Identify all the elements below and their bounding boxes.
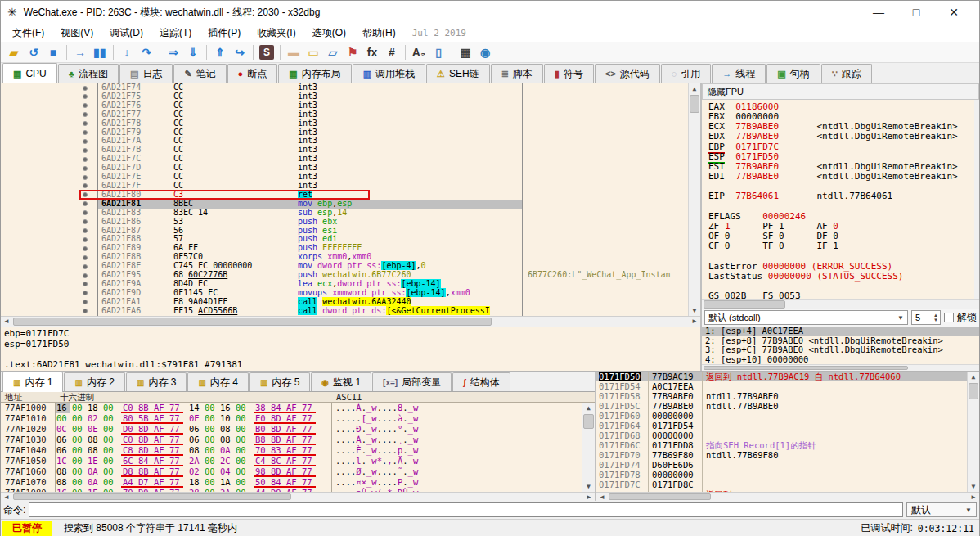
register-line[interactable]: CF 0 TF 0 IF 1 — [708, 241, 974, 251]
open-file-icon[interactable]: ▰ — [4, 43, 24, 61]
command-profile-select[interactable]: 默认 ▼ — [906, 502, 977, 517]
breakpoint-dot[interactable] — [83, 210, 88, 215]
tab-call-stack[interactable]: ▥调用堆栈 — [353, 64, 425, 83]
stop-icon[interactable]: ■ — [43, 43, 63, 61]
stack-row[interactable]: 0171FD5877B9ABE0ntdll.77B9ABE0 — [596, 391, 979, 401]
breakpoint-gutter[interactable] — [1, 244, 98, 253]
dump-row[interactable]: 77AF100016001800C08BAF77140016003884AF77… — [1, 403, 595, 413]
breakpoint-gutter[interactable] — [1, 92, 98, 101]
argument-row[interactable]: 4: [esp+10] 00000000 — [702, 355, 979, 365]
disassembly-view[interactable]: 6AD21F74CCint36AD21F75CCint36AD21F76CCin… — [1, 83, 700, 316]
hide-fpu-button[interactable]: 隐藏FPU — [702, 83, 979, 100]
tab-script[interactable]: ≣脚本 — [491, 64, 543, 83]
breakpoint-dot[interactable] — [83, 86, 88, 91]
execute-till-return-icon[interactable]: ⇑ — [210, 43, 230, 61]
breakpoint-gutter[interactable] — [1, 235, 98, 244]
spinner-arrows-icon[interactable]: ▲▼ — [933, 313, 940, 322]
tab-graph[interactable]: ♣流程图 — [58, 64, 119, 83]
dump-table-body[interactable]: 77AF100016001800C08BAF77140016003884AF77… — [1, 403, 595, 492]
tab-seh-chain[interactable]: ⚠SEH链 — [426, 64, 490, 83]
stack-table-body[interactable]: 0171FD5077B9AC19返回到 ntdll.77B9AC19 自 ntd… — [596, 372, 979, 492]
stack-row[interactable]: 0171FD7800000000 — [596, 470, 979, 480]
bookmark-icon[interactable]: ⚑ — [343, 43, 362, 61]
breakpoint-gutter[interactable] — [1, 110, 98, 119]
scroll-up-arrow[interactable]: ▲ — [582, 403, 595, 413]
breakpoint-dot[interactable] — [83, 273, 88, 278]
breakpoint-gutter[interactable] — [1, 137, 98, 146]
scroll-up-arrow[interactable]: ▲ — [689, 83, 700, 94]
scroll-thumb[interactable] — [704, 300, 785, 309]
breakpoint-dot[interactable] — [83, 255, 88, 260]
breakpoint-dot[interactable] — [83, 121, 88, 126]
scroll-right-arrow[interactable]: ► — [583, 493, 595, 502]
breakpoint-dot[interactable] — [83, 112, 88, 117]
tab-dump-1[interactable]: ▥内存 1 — [2, 372, 63, 392]
dump-row[interactable]: 77AF106008000A00D88BAF7702000400988DAF77… — [1, 466, 595, 477]
dump-row[interactable]: 77AF10200C000E00D08DAF7706000800B08DAF77… — [1, 424, 595, 435]
breakpoint-gutter[interactable] — [1, 83, 98, 92]
stack-row[interactable]: 0171FD6800000000 — [596, 430, 979, 440]
pause-icon[interactable]: ▮▮ — [90, 43, 110, 61]
stack-row[interactable]: 0171FD5077B9AC19返回到 ntdll.77B9AC19 自 ntd… — [596, 372, 979, 381]
scroll-thumb[interactable] — [690, 95, 699, 113]
scroll-up-arrow[interactable]: ▲ — [968, 372, 979, 382]
disasm-row[interactable]: 6AD21F77CCint3 — [1, 110, 700, 119]
disasm-row[interactable]: 6AD21FA6FF15 ACD5566Bcall dword ptr ds:[… — [1, 307, 700, 316]
breakpoint-gutter[interactable] — [1, 209, 98, 218]
menu-item[interactable]: 视图(V) — [52, 25, 101, 42]
function-icon[interactable]: fx — [362, 43, 382, 61]
scroll-thumb[interactable] — [13, 318, 492, 326]
scroll-down-arrow[interactable]: ▼ — [689, 305, 700, 316]
command-input[interactable] — [29, 502, 903, 517]
dump-row[interactable]: 77AF101000000200805BAF770E001000E08DAF77… — [1, 413, 595, 424]
register-line[interactable]: EDI 77B9ABE0 <ntdll.DbgUiRemoteBreakin> — [708, 172, 974, 182]
breakpoint-gutter[interactable] — [1, 262, 98, 271]
tab-source[interactable]: <>源代码 — [595, 64, 660, 83]
phone-icon[interactable]: ▯ — [429, 43, 448, 61]
calculator-icon[interactable]: ▦ — [456, 43, 475, 61]
tab-symbols[interactable]: ▮符号 — [544, 64, 594, 83]
breakpoint-dot[interactable] — [83, 219, 88, 224]
close-button[interactable]: ✕ — [935, 6, 973, 19]
breakpoint-gutter[interactable] — [1, 182, 98, 191]
scroll-thumb[interactable] — [969, 383, 978, 399]
argument-row[interactable]: 3: [esp+C] 77B9ABE0 <ntdll.DbgUiRemoteBr… — [702, 345, 979, 355]
register-line[interactable]: EIP 77B64061 ntdll.77B64061 — [708, 191, 974, 201]
breakpoint-gutter[interactable] — [1, 280, 98, 289]
scroll-thumb[interactable] — [13, 493, 291, 500]
breakpoint-gutter[interactable] — [1, 101, 98, 110]
scroll-down-arrow[interactable]: ▼ — [582, 481, 595, 492]
menu-item[interactable]: 追踪(T) — [151, 25, 200, 42]
breakpoint-dot[interactable] — [83, 228, 88, 233]
stack-row[interactable]: 0171FD6C0171FDD8指向SEH_Record[1]的指针 — [596, 440, 979, 450]
stack-row[interactable]: 0171FD74D60FE6D6 — [596, 460, 979, 470]
breakpoint-dot[interactable] — [83, 94, 88, 99]
disasm-hscrollbar[interactable]: ◄ ► — [1, 316, 700, 327]
stack-row[interactable]: 0171FD7077B69F80ntdll.77B69F80 — [596, 450, 979, 460]
tab-locals[interactable]: [x=]局部变量 — [372, 372, 452, 391]
tab-log[interactable]: ▤日志 — [119, 64, 173, 83]
run-to-user-code-icon[interactable]: ↪ — [230, 43, 249, 61]
scroll-thumb[interactable] — [609, 493, 711, 500]
tab-threads[interactable]: →线程 — [712, 64, 766, 83]
menu-item[interactable]: 帮助(H) — [354, 25, 404, 42]
breakpoint-dot[interactable] — [83, 300, 88, 304]
breakpoint-dot[interactable] — [83, 309, 88, 313]
tab-struct[interactable]: ʃ结构体 — [452, 372, 510, 391]
breakpoint-gutter[interactable] — [1, 307, 98, 316]
scroll-right-arrow[interactable]: ► — [689, 317, 700, 327]
scroll-left-arrow[interactable]: ◄ — [1, 317, 12, 327]
breakpoint-gutter[interactable] — [1, 298, 98, 307]
breakpoint-gutter[interactable] — [1, 227, 98, 236]
assemble-icon[interactable]: A₂ — [409, 43, 429, 61]
tab-handles[interactable]: ▣句柄 — [766, 64, 820, 83]
tab-watch-1[interactable]: ◉监视 1 — [311, 372, 371, 391]
stack-row[interactable]: 0171FD5C77B9ABE0ntdll.77B9ABE0 — [596, 401, 979, 411]
stack-row[interactable]: 0171FD54A0C17EEA — [596, 381, 979, 391]
disasm-row[interactable]: 6AD21F8383EC 14sub esp,14 — [1, 209, 700, 218]
scroll-right-arrow[interactable]: ► — [968, 493, 979, 502]
breakpoint-dot[interactable] — [83, 139, 88, 144]
disasm-row[interactable]: 6AD21F8653push ebx — [1, 218, 700, 227]
run-to-cursor-icon[interactable]: ⇒ — [164, 43, 183, 61]
menu-item[interactable]: 选项(O) — [304, 25, 354, 42]
